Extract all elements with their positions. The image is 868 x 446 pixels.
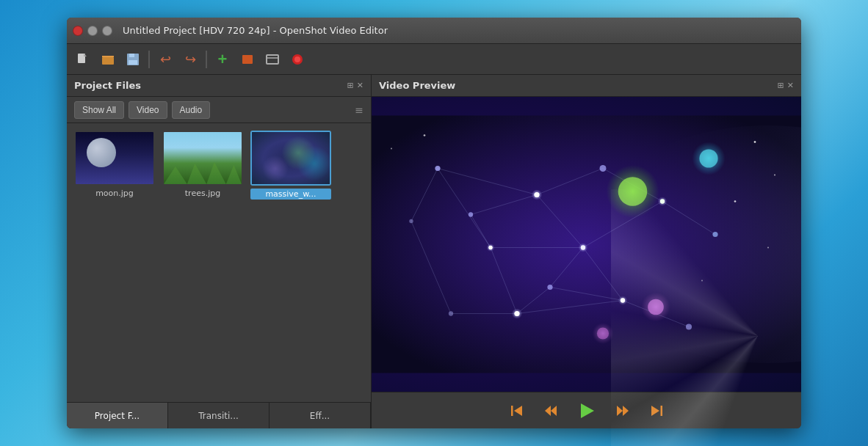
svg-point-57 <box>547 285 552 290</box>
left-panel: Project Files ⊞ ✕ Show All Video Audio ≡ <box>67 75 372 428</box>
video-filter-button[interactable]: Video <box>129 101 167 119</box>
svg-rect-70 <box>511 406 513 416</box>
svg-point-38 <box>699 149 717 167</box>
svg-point-63 <box>754 141 756 143</box>
rewind-button[interactable] <box>540 400 562 422</box>
minimize-button[interactable] <box>87 26 98 36</box>
network-svg <box>372 97 801 392</box>
svg-marker-73 <box>545 406 551 416</box>
svg-rect-6 <box>129 54 134 57</box>
main-content: Project Files ⊞ ✕ Show All Video Audio ≡ <box>67 75 801 428</box>
save-project-button[interactable] <box>121 48 145 71</box>
svg-point-67 <box>391 148 392 150</box>
bottom-tabs: Project F... Transiti... Eff... <box>67 402 371 428</box>
jump-start-button[interactable] <box>506 400 528 422</box>
panel-icon-1[interactable]: ⊞ <box>347 81 354 90</box>
video-preview-header: Video Preview ⊞ ✕ <box>372 75 801 97</box>
undo-button[interactable]: ↩ <box>153 48 177 71</box>
video-header-icons: ⊞ ✕ <box>778 81 794 90</box>
svg-marker-72 <box>551 406 557 416</box>
svg-rect-8 <box>242 55 253 64</box>
open-project-button[interactable] <box>96 48 120 71</box>
maximize-button[interactable] <box>102 26 112 36</box>
svg-rect-4 <box>102 56 114 57</box>
file-label-trees: trees.jpg <box>185 189 220 198</box>
svg-point-54 <box>621 298 625 302</box>
file-label-moon: moon.jpg <box>95 189 134 198</box>
filter-options-icon[interactable]: ≡ <box>355 104 364 116</box>
tab-transitions[interactable]: Transiti... <box>168 403 270 428</box>
files-grid: moon.jpg trees.jpg massive <box>67 123 371 402</box>
svg-rect-3 <box>102 57 114 65</box>
record-button[interactable] <box>286 48 309 71</box>
file-thumb-massive <box>250 131 331 186</box>
trees-thumbnail <box>164 132 242 184</box>
tab-effects[interactable]: Eff... <box>270 403 371 428</box>
svg-point-60 <box>600 165 607 172</box>
svg-point-12 <box>294 56 300 62</box>
title-bar: Untitled Project [HDV 720 24p] - OpenSho… <box>67 18 801 44</box>
add-icon: + <box>218 50 228 69</box>
tab-project-files[interactable]: Project F... <box>67 403 168 428</box>
svg-point-44 <box>534 192 539 197</box>
panel-icon-2[interactable]: ✕ <box>357 81 364 90</box>
close-button[interactable] <box>73 26 83 36</box>
svg-marker-1 <box>84 54 87 56</box>
svg-marker-71 <box>514 406 522 416</box>
new-project-button[interactable] <box>71 48 95 71</box>
project-files-title: Project Files <box>74 80 141 91</box>
svg-point-58 <box>409 219 413 223</box>
svg-point-69 <box>701 280 703 282</box>
panel-header-icons: ⊞ ✕ <box>347 81 364 90</box>
show-all-button[interactable]: Show All <box>74 101 124 119</box>
toolbar: ↩ ↪ + <box>67 44 801 75</box>
file-item-massive[interactable]: massive_w... <box>250 131 331 200</box>
massive-thumbnail <box>252 132 330 184</box>
app-window: Untitled Project [HDV 720 24p] - OpenSho… <box>67 18 801 428</box>
svg-point-52 <box>514 311 519 316</box>
playback-bar <box>372 392 801 428</box>
file-thumb-moon <box>74 131 155 186</box>
redo-icon: ↪ <box>185 51 196 67</box>
toolbar-sep-2 <box>206 51 207 68</box>
video-icon-2[interactable]: ✕ <box>787 81 794 90</box>
jump-end-button[interactable] <box>645 400 668 422</box>
svg-point-40 <box>648 299 664 315</box>
selection-overlay <box>252 132 330 184</box>
svg-point-50 <box>660 199 665 203</box>
svg-marker-75 <box>617 406 623 416</box>
svg-rect-7 <box>129 60 137 65</box>
file-thumb-trees <box>162 131 243 186</box>
svg-point-59 <box>449 311 453 315</box>
svg-point-42 <box>597 327 609 339</box>
svg-point-66 <box>767 247 769 249</box>
svg-point-61 <box>686 323 692 329</box>
add-button[interactable]: + <box>211 48 234 71</box>
svg-point-48 <box>488 246 492 249</box>
audio-filter-button[interactable]: Audio <box>172 101 211 119</box>
svg-point-68 <box>424 134 426 136</box>
file-item-trees[interactable]: trees.jpg <box>162 131 243 200</box>
svg-point-46 <box>581 245 585 249</box>
video-preview-area <box>372 97 801 392</box>
svg-point-65 <box>734 200 737 202</box>
video-icon-1[interactable]: ⊞ <box>778 81 784 90</box>
export-button[interactable] <box>236 48 259 71</box>
file-label-massive: massive_w... <box>250 189 331 200</box>
window-title: Untitled Project [HDV 720 24p] - OpenSho… <box>123 25 388 36</box>
redo-button[interactable]: ↪ <box>178 48 202 71</box>
svg-rect-9 <box>267 55 278 64</box>
svg-marker-74 <box>581 403 594 418</box>
fast-forward-button[interactable] <box>612 400 634 422</box>
toolbar-sep-1 <box>148 51 150 68</box>
svg-point-55 <box>435 166 440 171</box>
svg-rect-78 <box>660 406 662 416</box>
play-button[interactable] <box>574 398 600 424</box>
file-item-moon[interactable]: moon.jpg <box>74 131 155 200</box>
svg-point-64 <box>774 175 775 176</box>
network-visualization <box>372 97 801 392</box>
svg-marker-76 <box>623 406 629 416</box>
svg-point-62 <box>712 232 717 237</box>
fullscreen-button[interactable] <box>261 48 284 71</box>
project-files-header: Project Files ⊞ ✕ <box>67 75 371 97</box>
